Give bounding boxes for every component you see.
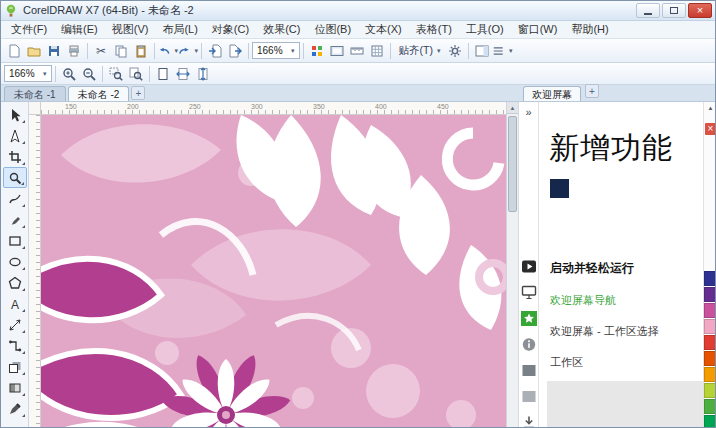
open-button[interactable] [24, 41, 44, 61]
scroll-up-button[interactable]: ▲ [507, 102, 518, 114]
vertical-ruler[interactable] [29, 115, 41, 427]
undo-button[interactable]: ▾ [158, 41, 178, 61]
dockers-button[interactable] [472, 41, 492, 61]
show-grid-button[interactable] [367, 41, 387, 61]
new-document-button[interactable] [4, 41, 24, 61]
tab-welcome-screen[interactable]: 欢迎屏幕 [523, 86, 581, 101]
save-button[interactable] [44, 41, 64, 61]
zoom-levels-combo[interactable]: 166% ▾ [4, 65, 52, 82]
menu-text[interactable]: 文本(X) [358, 21, 409, 38]
rectangle-tool[interactable] [3, 230, 27, 251]
maximize-button[interactable] [662, 3, 686, 18]
zoom-to-page-button[interactable] [153, 64, 173, 84]
show-rulers-button[interactable] [347, 41, 367, 61]
video-tutorial-icon[interactable] [521, 259, 537, 274]
crop-icon [8, 150, 22, 164]
whats-new-star-icon[interactable] [521, 311, 537, 326]
menu-view[interactable]: 视图(V) [105, 21, 156, 38]
snap-to-dropdown[interactable]: 贴齐(T) ▾ [394, 42, 446, 60]
link-welcome-navigation[interactable]: 欢迎屏幕导航 [550, 293, 701, 308]
color-swatch[interactable] [704, 287, 715, 302]
zoom-to-all-button[interactable] [126, 64, 146, 84]
horizontal-ruler[interactable]: 150 200 250 300 350 400 450 [41, 102, 506, 115]
color-swatch[interactable] [704, 303, 715, 318]
collapse-docker-button[interactable]: » [519, 107, 538, 118]
scrollbar-thumb[interactable] [508, 116, 517, 212]
options-button[interactable] [445, 41, 465, 61]
transparency-tool[interactable] [3, 377, 27, 398]
menu-effects[interactable]: 效果(C) [256, 21, 307, 38]
separator [149, 66, 150, 82]
zoom-out-button[interactable] [79, 64, 99, 84]
menu-help[interactable]: 帮助(H) [564, 21, 615, 38]
link-workspaces[interactable]: 工作区 [550, 355, 701, 370]
palette-scroll-up-button[interactable]: ▲ [704, 105, 715, 111]
color-swatch[interactable] [704, 415, 715, 427]
color-swatch[interactable] [704, 383, 715, 398]
link-workspace-selection[interactable]: 欢迎屏幕 - 工作区选择 [550, 324, 701, 339]
menu-bitmaps[interactable]: 位图(B) [307, 21, 358, 38]
menu-table[interactable]: 表格(T) [409, 21, 459, 38]
fullscreen-preview-button[interactable] [327, 41, 347, 61]
pick-tool[interactable] [3, 104, 27, 125]
menu-object[interactable]: 对象(C) [205, 21, 256, 38]
fullscreen-preview-icon [330, 44, 344, 58]
menu-edit[interactable]: 编辑(E) [54, 21, 105, 38]
zoom-to-selected-button[interactable] [106, 64, 126, 84]
dimension-tool[interactable] [3, 314, 27, 335]
application-launcher-button[interactable] [307, 41, 327, 61]
copy-button[interactable] [111, 41, 131, 61]
color-swatch[interactable] [704, 335, 715, 350]
gallery-icon[interactable] [521, 363, 537, 378]
tab-untitled-2[interactable]: 未命名 -2 [68, 86, 130, 101]
import-button[interactable] [205, 41, 225, 61]
menu-window[interactable]: 窗口(W) [511, 21, 565, 38]
export-button[interactable] [225, 41, 245, 61]
color-swatch[interactable] [704, 399, 715, 414]
zoom-tool[interactable] [3, 167, 27, 188]
tab-untitled-1[interactable]: 未命名 -1 [4, 86, 66, 101]
color-swatch[interactable] [704, 351, 715, 366]
drop-shadow-tool[interactable] [3, 356, 27, 377]
ruler-origin[interactable] [29, 102, 41, 115]
zoom-icon [8, 171, 22, 185]
redo-button[interactable]: ▾ [178, 41, 198, 61]
welcome-section-title: 启动并轻松运行 [550, 260, 701, 277]
shape-tool[interactable] [3, 125, 27, 146]
info-icon[interactable] [521, 337, 537, 352]
eyedropper-tool[interactable] [3, 398, 27, 419]
zoom-to-page-height-button[interactable] [193, 64, 213, 84]
freehand-tool[interactable] [3, 188, 27, 209]
connector-tool[interactable] [3, 335, 27, 356]
menu-file[interactable]: 文件(F) [4, 21, 54, 38]
workspace-monitor-icon[interactable] [521, 285, 537, 300]
menu-tools[interactable]: 工具(O) [459, 21, 511, 38]
print-button[interactable] [64, 41, 84, 61]
cut-button[interactable]: ✂ [91, 41, 111, 61]
add-docker-button[interactable]: + [585, 84, 599, 98]
text-tool[interactable]: A [3, 293, 27, 314]
polygon-tool[interactable] [3, 272, 27, 293]
zoom-in-button[interactable] [59, 64, 79, 84]
color-swatch[interactable] [704, 271, 715, 286]
minimize-button[interactable] [636, 3, 660, 18]
docker-close-button[interactable]: × [705, 123, 716, 135]
updates-download-icon[interactable] [521, 415, 537, 427]
ellipse-tool[interactable] [3, 251, 27, 272]
close-button[interactable]: × [688, 3, 712, 18]
paste-button[interactable] [131, 41, 151, 61]
color-swatch[interactable] [704, 319, 715, 334]
zoom-to-page-width-button[interactable] [173, 64, 193, 84]
menu-layout[interactable]: 布局(L) [155, 21, 204, 38]
new-tab-button[interactable]: + [131, 86, 145, 100]
vertical-scrollbar[interactable]: ▲ [506, 102, 518, 427]
color-swatch[interactable] [704, 367, 715, 382]
crop-tool[interactable] [3, 146, 27, 167]
document-tabbar: 未命名 -1 未命名 -2 + 欢迎屏幕 + [1, 85, 715, 102]
toolbar-list-button[interactable]: ▾ [492, 41, 512, 61]
artistic-media-tool[interactable] [3, 209, 27, 230]
canvas[interactable] [41, 115, 506, 427]
drop-shadow-icon [8, 360, 22, 374]
learning-icon[interactable] [521, 389, 537, 404]
zoom-level-combo[interactable]: 166% ▾ [252, 42, 300, 59]
